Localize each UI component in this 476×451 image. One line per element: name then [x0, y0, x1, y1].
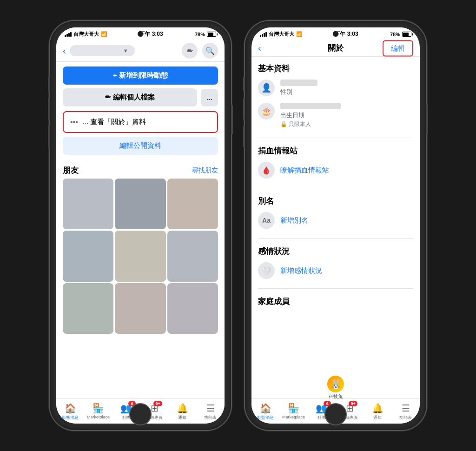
- side-btn-vol-down: [48, 126, 50, 148]
- side-btn2-power: [426, 105, 428, 134]
- text-icon: Aa: [258, 212, 275, 229]
- pages-badge: 9+: [153, 401, 162, 406]
- side-btn2-vol-up: [243, 98, 245, 120]
- list-item: [167, 283, 218, 334]
- bell-icon: 🔔: [177, 403, 188, 414]
- divider-4: [258, 288, 413, 289]
- watermark-logo: 🐰: [327, 376, 344, 392]
- add-story-button[interactable]: + 新增到限時動態: [63, 66, 218, 85]
- status-left: 台灣大哥大 📶: [65, 31, 107, 38]
- nickname-action-text: 新增別名: [280, 216, 308, 225]
- nickname-action[interactable]: Aa 新增別名: [258, 212, 413, 229]
- chevron-down-icon: ▼: [123, 48, 128, 53]
- nav-title-area: ▼: [70, 45, 182, 56]
- status-right: 78%: [195, 32, 216, 37]
- screen-content: + 新增到限時動態 ✏ 編輯個人檔案 ... ••• ... 查看「關於」資料 …: [56, 62, 225, 398]
- edit-profile-row: ✏ 編輯個人檔案 ...: [63, 88, 218, 106]
- about-content: 基本資料 👤 性別 🎂 出生日期 🔒 只限本人: [251, 57, 420, 398]
- edit-icon: ✏: [187, 46, 193, 55]
- tab2-menu[interactable]: ☰ 功能表: [392, 401, 420, 423]
- pages2-badge: 9+: [349, 401, 357, 406]
- search-button[interactable]: 🔍: [202, 43, 218, 59]
- status2-right: 78%: [390, 32, 411, 37]
- basic-info-title: 基本資料: [258, 63, 413, 74]
- about-back-button[interactable]: ‹: [258, 43, 261, 53]
- phone-sensor: [138, 31, 143, 37]
- list-item: [63, 283, 113, 334]
- pages-icon: ⊞ 9+: [151, 403, 159, 414]
- more-button[interactable]: ...: [201, 89, 218, 106]
- profile-actions: + 新增到限時動態 ✏ 編輯個人檔案 ...: [56, 62, 225, 111]
- gender-label: 性別: [280, 88, 413, 96]
- dots-icon: •••: [70, 118, 78, 126]
- edit-profile-button[interactable]: ✏ 編輯個人檔案: [63, 88, 197, 106]
- menu2-icon: ☰: [402, 403, 410, 414]
- tab-news-label: 動態消息: [62, 415, 79, 421]
- nickname-title: 別名: [258, 196, 413, 206]
- birthday-value-placeholder: [280, 103, 341, 109]
- phone-1: 台灣大哥大 📶 下午 3:03 78% ‹ ▼ ✏: [50, 21, 231, 430]
- carrier2-label: 台灣大哥大: [269, 31, 294, 38]
- list-item: [115, 231, 165, 281]
- tab-marketplace-label: Marketplace: [87, 415, 110, 419]
- signal2-icon: [260, 32, 267, 37]
- phone2-screen: 台灣大哥大 📶 下午 3:03 78% ‹ 關於 編輯 基本資料 �: [251, 27, 420, 424]
- side-btn-mute: [48, 77, 50, 92]
- marketplace2-icon: 🏪: [288, 403, 299, 414]
- tab-marketplace[interactable]: 🏪 Marketplace: [84, 401, 112, 423]
- battery2-percent: 78%: [390, 32, 400, 37]
- tab2-news-label: 動態消息: [257, 415, 274, 421]
- family-section: 家庭成員: [258, 296, 413, 307]
- friends-title: 朋友: [63, 165, 79, 176]
- tab2-notifications[interactable]: 🔔 通知: [364, 401, 391, 423]
- divider-2: [258, 188, 413, 188]
- relationship-action[interactable]: 🤍 新增感情狀況: [258, 262, 413, 279]
- nickname-section: 別名 Aa 新增別名: [258, 196, 413, 229]
- blood-icon: 🩸: [258, 162, 275, 179]
- view-about-row[interactable]: ••• ... 查看「關於」資料: [63, 111, 218, 133]
- menu-icon: ☰: [206, 403, 215, 414]
- gender-item: 👤 性別: [258, 80, 413, 96]
- home-button-2[interactable]: [324, 403, 347, 425]
- tab-menu[interactable]: ☰ 功能表: [197, 401, 225, 423]
- blood-title: 捐血情報站: [258, 146, 413, 156]
- nav-actions: ✏ 🔍: [182, 43, 218, 59]
- birthday-label: 出生日期: [280, 111, 413, 119]
- list-item: [167, 179, 218, 229]
- list-item: [115, 283, 165, 334]
- signal-icon: [65, 32, 72, 37]
- view-about-text: ... 查看「關於」資料: [83, 118, 146, 126]
- edit-public-button[interactable]: 編輯公開資料: [63, 137, 218, 155]
- nav-search-box[interactable]: ▼: [70, 45, 135, 56]
- list-item: [167, 231, 218, 281]
- status2-left: 台灣大哥大 📶: [260, 31, 303, 38]
- carrier-label: 台灣大哥大: [73, 31, 99, 38]
- birthday-item: 🎂 出生日期 🔒 只限本人: [258, 103, 413, 128]
- about-edit-button[interactable]: 編輯: [383, 40, 413, 56]
- tab-notifications[interactable]: 🔔 通知: [168, 401, 196, 423]
- birthday-content: 出生日期 🔒 只限本人: [280, 103, 413, 128]
- wifi2-icon: 📶: [296, 31, 303, 37]
- watermark-label: 科技兔: [329, 393, 343, 400]
- back-button[interactable]: ‹: [63, 46, 66, 56]
- tab2-notifications-label: 通知: [373, 415, 382, 421]
- basic-info-section: 基本資料 👤 性別 🎂 出生日期 🔒 只限本人: [258, 63, 413, 128]
- about-nav: ‹ 關於 編輯: [251, 40, 420, 57]
- blood-action-text: 瞭解捐血情報站: [280, 166, 329, 175]
- friends-grid: [56, 179, 225, 334]
- cake-icon: 🎂: [258, 103, 275, 119]
- edit-button[interactable]: ✏: [182, 43, 198, 59]
- home-button[interactable]: [129, 403, 152, 425]
- relationship-title: 感情狀況: [258, 246, 413, 257]
- side-btn2-vol-down: [243, 126, 245, 148]
- gender-value-placeholder: [280, 80, 317, 86]
- tab2-marketplace[interactable]: 🏪 Marketplace: [279, 401, 307, 423]
- blood-action[interactable]: 🩸 瞭解捐血情報站: [258, 162, 413, 179]
- about-page-title: 關於: [328, 43, 344, 53]
- battery-icon: [207, 32, 216, 37]
- tab-news[interactable]: 🏠 動態消息: [56, 401, 84, 423]
- list-item: [63, 231, 113, 281]
- relationship-section: 感情狀況 🤍 新增感情狀況: [258, 246, 413, 279]
- find-friends-link[interactable]: 尋找朋友: [192, 166, 218, 175]
- tab2-news[interactable]: 🏠 動態消息: [251, 401, 279, 423]
